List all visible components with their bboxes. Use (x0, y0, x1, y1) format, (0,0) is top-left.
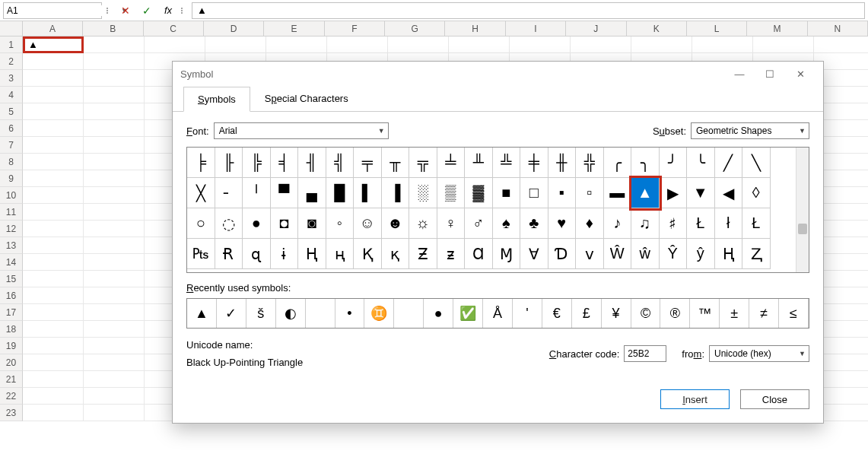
recent-symbol-cell[interactable]: š (246, 299, 276, 328)
row-header[interactable]: 5 (0, 103, 23, 120)
symbol-cell[interactable]: Ŵ (604, 239, 632, 269)
recent-symbol-cell[interactable]: ≤ (779, 299, 809, 328)
symbol-cell[interactable]: ▫ (576, 178, 604, 208)
symbol-cell[interactable]: ☺ (354, 208, 382, 239)
recent-symbol-cell[interactable]: ' (513, 299, 542, 328)
cell[interactable] (23, 287, 84, 304)
column-header[interactable]: M (747, 21, 807, 36)
cell[interactable] (23, 271, 84, 287)
recent-symbol-cell[interactable]: ™ (690, 299, 720, 328)
from-combo[interactable]: Unicode (hex) ▼ (709, 345, 809, 362)
column-header[interactable]: N (808, 21, 868, 36)
row-header[interactable]: 22 (0, 388, 23, 405)
cell[interactable] (814, 37, 868, 53)
cell[interactable] (84, 204, 145, 221)
cell[interactable] (510, 37, 571, 53)
cell[interactable] (23, 170, 84, 187)
scrollbar-thumb[interactable] (798, 224, 807, 234)
cell[interactable] (84, 371, 145, 388)
cell[interactable] (84, 154, 145, 170)
column-header[interactable]: I (506, 21, 566, 36)
column-header[interactable]: J (566, 21, 626, 36)
recent-symbol-cell[interactable]: ® (660, 299, 690, 328)
symbol-cell[interactable]: ♥ (548, 208, 577, 239)
cell[interactable] (84, 120, 145, 137)
cell[interactable] (327, 37, 388, 53)
symbol-cell[interactable]: ╲ (742, 148, 771, 178)
symbol-cell[interactable]: Ŷ (660, 239, 688, 269)
symbol-cell[interactable]: ╳ (187, 178, 215, 208)
symbol-cell[interactable]: ∀ (520, 239, 548, 269)
column-header[interactable]: A (23, 21, 83, 36)
name-box[interactable]: ▼ (3, 2, 102, 19)
symbol-cell[interactable]: ╠ (243, 148, 271, 178)
symbol-cell[interactable]: ╧ (437, 148, 466, 178)
cell[interactable] (84, 304, 145, 321)
row-header[interactable]: 13 (0, 237, 23, 254)
symbol-cell[interactable]: ◌ (215, 208, 243, 239)
cell[interactable] (84, 338, 145, 354)
column-header[interactable]: D (204, 21, 264, 36)
cell[interactable] (84, 221, 145, 237)
cell[interactable] (23, 304, 84, 321)
cell[interactable] (23, 87, 84, 103)
symbol-cell[interactable]: ╴ (215, 178, 243, 208)
row-header[interactable]: 18 (0, 321, 23, 338)
resize-grip[interactable] (181, 8, 187, 14)
symbol-cell[interactable]: Ɱ (493, 239, 521, 269)
symbol-cell[interactable]: Қ (354, 239, 382, 269)
cell[interactable] (145, 37, 205, 53)
symbol-cell[interactable]: ╭ (604, 148, 632, 178)
symbol-cell[interactable]: ♦ (576, 208, 604, 239)
cell[interactable] (84, 237, 145, 254)
close-button[interactable]: Close (740, 389, 809, 409)
column-header[interactable]: F (325, 21, 385, 36)
symbol-cell[interactable]: ♂ (465, 208, 493, 239)
cell[interactable] (23, 37, 84, 53)
recent-symbol-cell[interactable]: © (631, 299, 661, 328)
insert-button[interactable]: Insert (660, 389, 730, 409)
recent-symbol-cell[interactable]: ✅ (453, 299, 483, 328)
cell[interactable] (23, 154, 84, 170)
tab-special-characters[interactable]: Special Characters (250, 86, 363, 111)
recent-symbol-cell[interactable]: Å (483, 299, 513, 328)
symbol-cell[interactable]: ╱ (715, 148, 743, 178)
recent-symbol-cell[interactable]: £ (572, 299, 602, 328)
cell[interactable] (84, 137, 145, 154)
recent-symbol-cell[interactable]: ● (424, 299, 453, 328)
symbol-cell[interactable]: ╮ (631, 148, 660, 178)
grid-scrollbar[interactable] (796, 148, 809, 272)
symbol-cell[interactable]: ╨ (465, 148, 493, 178)
symbol-cell[interactable]: ╣ (326, 148, 355, 178)
symbol-cell[interactable]: ╞ (187, 148, 215, 178)
cell[interactable] (84, 37, 145, 53)
cell[interactable] (571, 37, 631, 53)
recent-symbol-cell[interactable]: ◐ (276, 299, 306, 328)
symbol-cell[interactable]: ▌ (354, 178, 382, 208)
tab-symbols[interactable]: Symbols (183, 87, 250, 112)
symbol-cell[interactable]: ◦ (326, 208, 355, 239)
recent-symbol-cell[interactable]: ✓ (217, 299, 246, 328)
symbol-cell[interactable]: ŷ (687, 239, 715, 269)
symbol-cell[interactable]: □ (520, 178, 548, 208)
symbol-cell[interactable]: ◀ (715, 178, 743, 208)
cell[interactable] (388, 37, 449, 53)
symbol-cell[interactable]: ♣ (520, 208, 548, 239)
symbol-cell[interactable]: ɋ (243, 239, 271, 269)
cell[interactable] (84, 321, 145, 338)
cell[interactable] (23, 405, 84, 421)
cell[interactable] (205, 37, 266, 53)
row-header[interactable]: 3 (0, 70, 23, 87)
cell[interactable] (23, 204, 84, 221)
row-header[interactable]: 7 (0, 137, 23, 154)
dialog-titlebar[interactable]: Symbol — ☐ ✕ (173, 62, 823, 86)
column-header[interactable]: E (264, 21, 324, 36)
row-header[interactable]: 12 (0, 221, 23, 237)
symbol-cell[interactable]: Ł (687, 208, 715, 239)
symbol-cell[interactable]: ♪ (604, 208, 632, 239)
symbol-cell[interactable]: ╰ (687, 148, 715, 178)
cell[interactable] (23, 53, 84, 70)
row-header[interactable]: 4 (0, 87, 23, 103)
symbol-cell[interactable]: Ⱨ (715, 239, 743, 269)
minimize-button[interactable]: — (724, 62, 755, 86)
